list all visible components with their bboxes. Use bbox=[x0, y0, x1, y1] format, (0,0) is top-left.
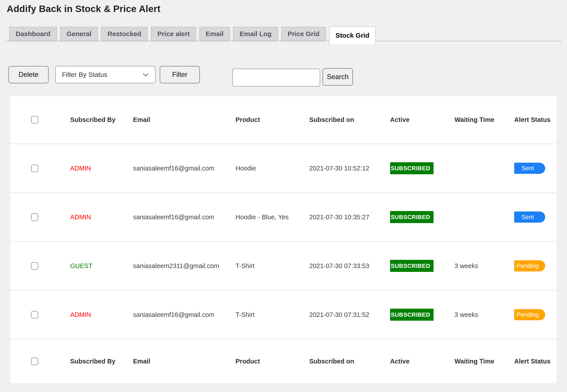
cell-product: T-Shirt bbox=[235, 311, 309, 319]
active-status-badge: SUBSCRIBED bbox=[390, 211, 434, 223]
tab-email[interactable]: Email bbox=[199, 27, 230, 41]
cell-email: saniasaleemf16@gmail.com bbox=[133, 165, 235, 172]
select-all-checkbox[interactable] bbox=[31, 116, 38, 124]
search-button[interactable]: Search bbox=[323, 68, 353, 85]
column-footer-waiting-time: Waiting Time bbox=[455, 358, 514, 365]
alert-status-badge: Sent bbox=[514, 163, 545, 174]
cell-email: saniasaleem2311@gmail.com bbox=[133, 262, 235, 270]
cell-email: saniasaleemf16@gmail.com bbox=[133, 311, 235, 319]
page-title: Addify Back in Stock & Price Alert bbox=[7, 4, 160, 14]
search-input[interactable] bbox=[232, 69, 320, 86]
cell-product: Hoodie - Blue, Yes bbox=[235, 213, 309, 221]
tab-dashboard[interactable]: Dashboard bbox=[9, 27, 57, 41]
column-header-subscribed-on: Subscribed on bbox=[309, 116, 390, 124]
subscribers-table: Subscribed By Email Product Subscribed o… bbox=[10, 96, 556, 383]
chevron-down-icon bbox=[143, 71, 148, 76]
row-checkbox[interactable] bbox=[31, 165, 38, 172]
cell-subscribed-by: ADMIN bbox=[70, 165, 133, 172]
filter-status-value: Filter By Status bbox=[62, 71, 107, 78]
cell-subscribed-by: ADMIN bbox=[70, 311, 133, 319]
table-footer-row: Subscribed By Email Product Subscribed o… bbox=[10, 340, 556, 383]
column-footer-alert-status: Alert Status bbox=[514, 358, 556, 365]
row-checkbox[interactable] bbox=[31, 262, 38, 270]
cell-subscribed-on: 2021-07-30 07:33:53 bbox=[309, 262, 390, 270]
tab-price-alert[interactable]: Price alert bbox=[151, 27, 196, 41]
cell-subscribed-by: GUEST bbox=[70, 262, 133, 270]
column-header-alert-status: Alert Status bbox=[514, 116, 556, 124]
column-footer-product: Product bbox=[235, 358, 309, 365]
cell-waiting-time: 3 weeks bbox=[455, 262, 514, 270]
tab-bar: Dashboard General Restocked Price alert … bbox=[6, 26, 562, 42]
column-header-active: Active bbox=[390, 116, 455, 124]
column-footer-subscribed-on: Subscribed on bbox=[309, 358, 390, 365]
cell-email: saniasaleemf16@gmail.com bbox=[133, 213, 235, 221]
delete-button[interactable]: Delete bbox=[8, 66, 49, 83]
column-header-subscribed-by: Subscribed By bbox=[70, 116, 133, 124]
cell-waiting-time: 3 weeks bbox=[455, 311, 514, 319]
column-footer-active: Active bbox=[390, 358, 455, 365]
column-header-waiting-time: Waiting Time bbox=[455, 116, 514, 124]
alert-status-badge: Pending bbox=[514, 260, 545, 271]
filter-button[interactable]: Filter bbox=[160, 66, 200, 83]
column-header-product: Product bbox=[235, 116, 309, 124]
tab-email-log[interactable]: Email Log bbox=[233, 27, 278, 41]
select-all-checkbox[interactable] bbox=[31, 357, 38, 365]
table-row: ADMIN saniasaleemf16@gmail.com Hoodie 20… bbox=[10, 144, 556, 192]
tab-general[interactable]: General bbox=[60, 27, 98, 41]
cell-subscribed-on: 2021-07-30 10:52:12 bbox=[309, 165, 390, 172]
table-row: GUEST saniasaleem2311@gmail.com T-Shirt … bbox=[10, 242, 556, 290]
column-header-email: Email bbox=[133, 116, 235, 124]
cell-subscribed-on: 2021-07-30 10:35:27 bbox=[309, 213, 390, 221]
tab-restocked[interactable]: Restocked bbox=[101, 27, 148, 41]
cell-product: T-Shirt bbox=[235, 262, 309, 270]
column-footer-subscribed-by: Subscribed By bbox=[70, 358, 133, 365]
table-row: ADMIN saniasaleemf16@gmail.com Hoodie - … bbox=[10, 193, 556, 241]
active-status-badge: SUBSCRIBED bbox=[390, 309, 434, 321]
active-status-badge: SUBSCRIBED bbox=[390, 162, 434, 174]
cell-subscribed-by: ADMIN bbox=[70, 213, 133, 221]
cell-subscribed-on: 2021-07-30 07:31:52 bbox=[309, 311, 390, 319]
filter-status-select[interactable]: Filter By Status bbox=[55, 66, 155, 83]
alert-status-badge: Pending bbox=[514, 309, 545, 320]
tab-stock-grid[interactable]: Stock Grid bbox=[329, 26, 376, 44]
table-header-row: Subscribed By Email Product Subscribed o… bbox=[10, 96, 556, 143]
active-status-badge: SUBSCRIBED bbox=[390, 260, 434, 272]
row-checkbox[interactable] bbox=[31, 213, 38, 221]
table-row: ADMIN saniasaleemf16@gmail.com T-Shirt 2… bbox=[10, 291, 556, 338]
tab-price-grid[interactable]: Price Grid bbox=[281, 27, 326, 41]
cell-product: Hoodie bbox=[235, 165, 309, 172]
column-footer-email: Email bbox=[133, 358, 235, 365]
alert-status-badge: Sent bbox=[514, 211, 545, 223]
row-checkbox[interactable] bbox=[31, 311, 38, 319]
